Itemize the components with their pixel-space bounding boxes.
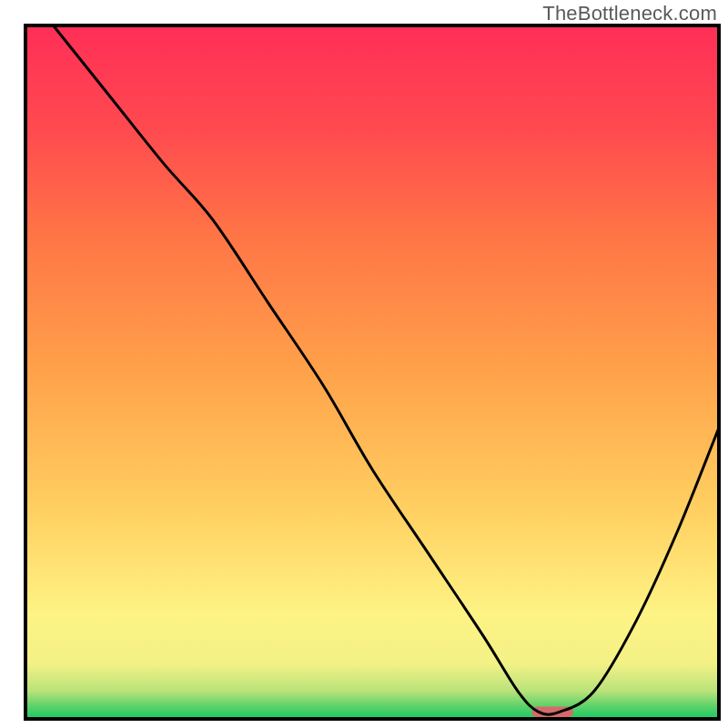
gradient-background <box>25 25 719 719</box>
chart-container: TheBottleneck.com <box>0 0 728 728</box>
watermark-text: TheBottleneck.com <box>542 2 717 25</box>
bottleneck-chart <box>0 0 728 728</box>
